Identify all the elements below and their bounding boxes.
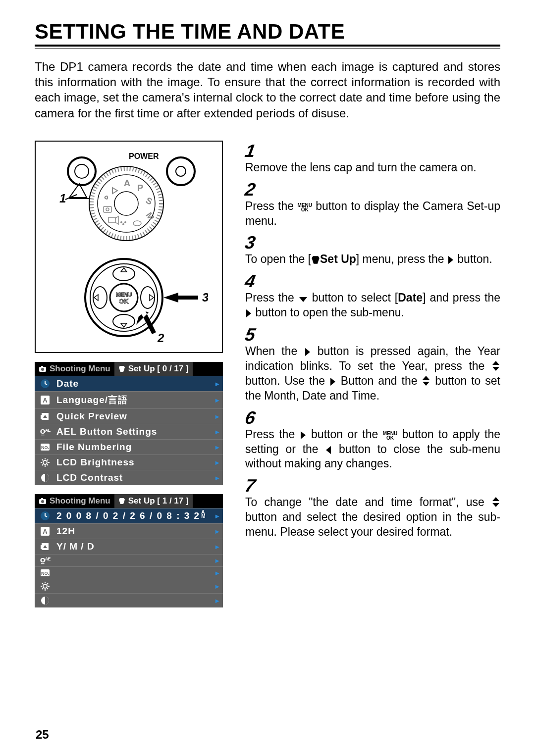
menu-row-empty-1: O̲AE ▸ [35, 554, 223, 566]
step-number-2: 2 [243, 179, 257, 200]
up-down-arrow-icon [491, 360, 500, 371]
up-down-arrow-icon [491, 497, 500, 507]
svg-text:NO.: NO. [41, 571, 49, 576]
svg-point-25 [93, 287, 107, 308]
callout-2: 2 [157, 331, 164, 345]
direction-pad-diagram: MENU OK 3 2 [50, 253, 208, 347]
svg-line-67 [47, 588, 48, 589]
svg-point-41 [43, 460, 47, 464]
step-text-4: Press the button to select [Date] and pr… [245, 291, 500, 320]
menu-row-empty-3: ▸ [35, 579, 223, 593]
down-arrow-icon [298, 296, 308, 303]
setup-menu-screenshot-2: Shooting Menu Set Up [ 1 / 17 ] 2 0 0 8 … [35, 494, 223, 607]
menu-row-lcd-brightness: LCD Brightness▸ [35, 454, 223, 470]
menu-row-lcd-contrast: LCD Contrast▸ [35, 470, 223, 485]
menu-row-datetime-value: 2 0 0 8 / 0 2 / 2 6 / 0 8 : 3 2AM▸ [35, 508, 223, 523]
step-number-3: 3 [243, 232, 257, 253]
svg-text:S: S [144, 195, 154, 206]
svg-text:NO.: NO. [41, 445, 49, 450]
svg-point-0 [68, 157, 96, 185]
tab-set-up: Set Up [ 0 / 17 ] [114, 362, 193, 376]
svg-point-16 [122, 223, 124, 225]
step-text-3: To open the [Set Up] menu, press the but… [245, 252, 500, 267]
step-number-1: 1 [243, 141, 257, 161]
menu-row-language: A Language/言語▸ [35, 391, 223, 408]
svg-point-19 [133, 221, 141, 226]
right-arrow-icon [245, 309, 252, 318]
page-title: SETTING THE TIME AND DATE [35, 20, 500, 47]
step-text-5: When the button is pressed again, the Ye… [245, 344, 500, 403]
up-down-arrow-icon [422, 375, 430, 386]
step-number-5: 5 [243, 324, 257, 345]
svg-rect-15 [108, 217, 115, 222]
menu-row-file-numbering: NO. File Numbering▸ [35, 439, 223, 454]
setup-menu-screenshot-1: Shooting Menu Set Up [ 0 / 17 ] Date▸ A … [35, 362, 223, 485]
svg-line-48 [42, 464, 43, 465]
menu-ok-icon: MENUOK [297, 203, 312, 212]
step-number-6: 6 [243, 407, 257, 428]
svg-point-23 [113, 267, 135, 281]
svg-point-8 [114, 192, 138, 215]
svg-point-53 [41, 500, 44, 503]
svg-point-14 [106, 208, 109, 211]
step-number-7: 7 [243, 475, 257, 496]
left-arrow-icon [325, 446, 332, 454]
svg-text:MENU: MENU [116, 292, 132, 298]
menu-row-quick-preview: Quick Preview▸ [35, 408, 223, 424]
svg-line-46 [42, 459, 43, 460]
svg-text:A: A [43, 528, 48, 535]
tab-shooting-menu: Shooting Menu [35, 362, 114, 376]
menu-row-empty-4: ▸ [35, 593, 223, 607]
svg-text:A: A [43, 397, 48, 404]
camera-diagram-box: POWER 1 A [35, 141, 223, 353]
svg-line-66 [42, 583, 43, 584]
svg-text:A: A [124, 178, 130, 188]
step-number-4: 4 [243, 271, 257, 292]
svg-text:P: P [137, 183, 143, 193]
svg-point-33 [41, 368, 44, 371]
menu-row-date: Date▸ [35, 376, 223, 391]
tab-shooting-menu-2: Shooting Menu [35, 494, 114, 508]
svg-rect-38 [41, 415, 42, 419]
menu-row-12h: A 12H▸ [35, 523, 223, 539]
right-arrow-icon [329, 377, 336, 386]
mode-dial-diagram: POWER 1 A [50, 149, 208, 248]
svg-point-5 [89, 166, 163, 241]
svg-point-61 [43, 584, 47, 588]
svg-point-1 [75, 164, 89, 178]
svg-point-4 [176, 166, 186, 176]
right-arrow-icon [447, 255, 454, 264]
svg-line-47 [47, 464, 48, 465]
svg-line-68 [42, 588, 43, 589]
power-label: POWER [129, 152, 159, 160]
svg-text:OK: OK [119, 298, 129, 305]
svg-marker-29 [163, 293, 198, 302]
menu-ok-icon: MENUOK [383, 431, 397, 440]
svg-point-17 [124, 221, 126, 223]
svg-point-26 [141, 287, 155, 308]
svg-rect-32 [41, 366, 43, 367]
menu-row-empty-2: NO. ▸ [35, 566, 223, 579]
title-rule [35, 49, 500, 49]
svg-rect-13 [104, 206, 111, 212]
step-text-1: Remove the lens cap and turn the camera … [245, 160, 500, 175]
intro-paragraph: The DP1 camera records the date and time… [35, 59, 500, 121]
callout-3: 3 [202, 291, 208, 304]
step-text-6: Press the button or the MENUOK button to… [245, 427, 500, 472]
right-arrow-icon [304, 348, 311, 356]
step-text-7: To change "the date and time format", us… [245, 495, 500, 540]
step-text-2: Press the MENUOK button to display the C… [245, 199, 500, 229]
wrench-icon [311, 255, 320, 264]
svg-line-49 [47, 459, 48, 460]
tab-set-up-2: Set Up [ 1 / 17 ] [114, 494, 193, 508]
menu-row-ael-button: O̲AE AEL Button Settings▸ [35, 424, 223, 439]
svg-point-24 [113, 314, 135, 328]
svg-rect-52 [41, 498, 43, 500]
menu-row-ymd: Y/ M / D▸ [35, 539, 223, 554]
svg-point-18 [120, 221, 122, 223]
svg-text:M: M [144, 210, 157, 222]
svg-line-69 [47, 583, 48, 584]
callout-1: 1 [59, 192, 66, 205]
svg-rect-58 [41, 545, 42, 549]
right-arrow-icon [300, 431, 307, 440]
